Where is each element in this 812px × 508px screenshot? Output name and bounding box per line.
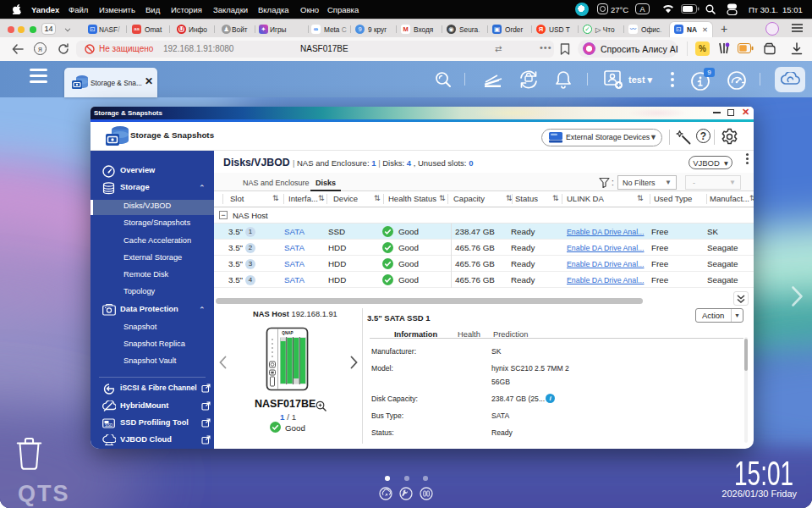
svg-text:SSD: SSD (105, 423, 113, 428)
svg-text:QNAP: QNAP (282, 331, 293, 335)
